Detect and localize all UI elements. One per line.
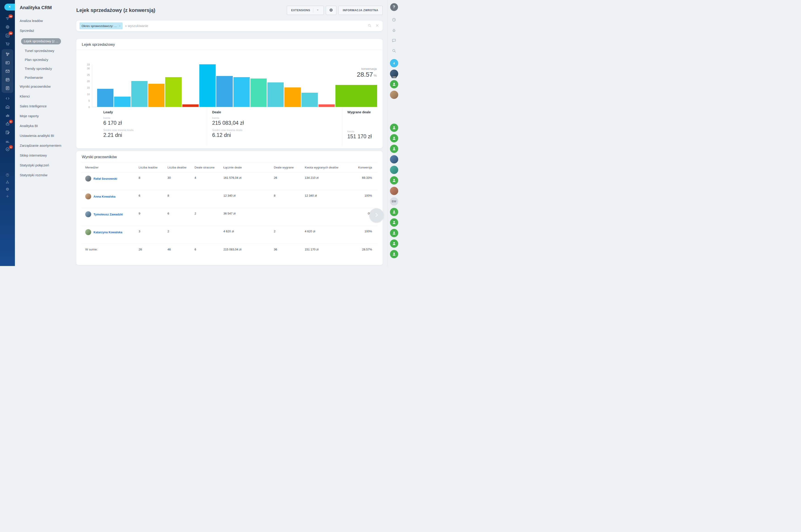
calendar-icon[interactable]: [2, 75, 13, 84]
chart-icon[interactable]: [0, 111, 15, 119]
user-avatar[interactable]: [390, 187, 398, 195]
col-header-total[interactable]: Łącznie deale: [223, 163, 274, 172]
filter-chip[interactable]: Okres sprawozdawczy: ... ×: [79, 22, 123, 29]
search-icon[interactable]: [367, 23, 371, 28]
sidebar-item[interactable]: Trendy sprzedaży: [25, 66, 75, 71]
funnel-bar[interactable]: [267, 82, 284, 107]
card-icon[interactable]: [2, 58, 13, 67]
clear-filter-icon[interactable]: [375, 23, 379, 28]
col-header-leads[interactable]: Liczba leadów: [139, 163, 167, 172]
user-avatar[interactable]: [390, 134, 398, 142]
user-avatar[interactable]: [390, 218, 398, 227]
search-icon[interactable]: [392, 45, 396, 56]
table-row[interactable]: Anna Kowalska6812 340 zł812 340 zł100%: [81, 190, 378, 208]
funnel-bar[interactable]: [114, 97, 130, 107]
funnel-bar[interactable]: [251, 78, 267, 107]
user-avatar[interactable]: CRM: [390, 70, 398, 78]
col-header-won[interactable]: Deale wygrane: [274, 163, 305, 172]
extensions-button[interactable]: EXTENSIONS: [287, 6, 324, 15]
chip-remove-icon[interactable]: ×: [119, 24, 121, 28]
user-avatar[interactable]: [390, 229, 398, 237]
clock-icon[interactable]: [392, 15, 396, 25]
funnel-bar[interactable]: [335, 85, 377, 107]
funnel-bar[interactable]: [182, 104, 199, 107]
sidebar-item[interactable]: Porównanie: [25, 75, 75, 80]
scroll-right-button[interactable]: [369, 208, 384, 223]
search-input[interactable]: [125, 24, 367, 28]
table-row[interactable]: Katarzyna Kowalska324 620 zł24 620 zł100…: [81, 226, 378, 244]
table-row[interactable]: Tymoteusz Zawadzki96236 547 zł0%: [81, 208, 378, 226]
user-avatar[interactable]: [390, 80, 398, 88]
user-avatar[interactable]: [390, 91, 398, 99]
user-avatar[interactable]: [390, 155, 398, 164]
sidebar-item[interactable]: Klienci: [20, 94, 75, 98]
code-icon[interactable]: [0, 94, 15, 102]
sidebar-item[interactable]: Plan sprzedaży: [25, 57, 75, 62]
network-icon[interactable]: [2, 50, 13, 58]
doc-icon[interactable]: [2, 84, 13, 92]
close-menu-button[interactable]: [4, 4, 15, 11]
col-header-conversion[interactable]: Konwersja: [344, 163, 378, 172]
funnel-bar[interactable]: [234, 77, 250, 107]
sidebar-item[interactable]: Ustawienia analityki BI: [20, 133, 75, 138]
sidebar-item[interactable]: Statystyki rozmów: [20, 173, 75, 177]
gear-icon[interactable]: [0, 186, 15, 193]
sidebar-item[interactable]: Sales Intelligence: [20, 104, 75, 108]
chevron-down-icon[interactable]: [316, 8, 320, 12]
sidebar-item[interactable]: Tunel sprzedażowy: [25, 49, 75, 53]
note-icon[interactable]: [0, 128, 15, 136]
funnel-bar[interactable]: [216, 76, 233, 107]
settings-button[interactable]: [326, 6, 336, 15]
nodes-icon[interactable]: [0, 178, 15, 186]
funnel-bar[interactable]: [284, 88, 301, 107]
funnel-bar[interactable]: [148, 84, 164, 107]
help-button[interactable]: ?: [390, 3, 398, 11]
sidebar-item[interactable]: Statystyki połączeń: [20, 163, 75, 167]
warehouse-icon[interactable]: [0, 102, 15, 111]
funnel-bar[interactable]: [131, 81, 148, 107]
col-header-deals[interactable]: Liczba dealów: [167, 163, 195, 172]
funnel-bar[interactable]: [97, 89, 113, 107]
col-header-manager[interactable]: Menedżer: [81, 163, 139, 172]
funnel-bar[interactable]: [318, 104, 335, 107]
user-avatar[interactable]: BW: [390, 197, 398, 206]
filter-icon[interactable]: 48: [0, 14, 15, 23]
manager-link[interactable]: Tymoteusz Zawadzki: [93, 213, 123, 216]
manager-link[interactable]: Anna Kowalska: [93, 195, 115, 198]
sidebar-item[interactable]: Analityka BI: [20, 124, 75, 128]
cart-icon[interactable]: [0, 40, 15, 48]
user-avatar[interactable]: [390, 208, 398, 216]
mail-icon[interactable]: [2, 67, 13, 75]
bot-icon[interactable]: 8: [0, 119, 15, 128]
filter-bar[interactable]: Okres sprawozdawczy: ... ×: [76, 21, 383, 31]
manager-link[interactable]: Katarzyna Kowalska: [93, 230, 122, 234]
chat-icon[interactable]: [392, 35, 396, 45]
sidebar-item[interactable]: Sklep internetowy: [20, 153, 75, 157]
user-avatar[interactable]: [390, 166, 398, 174]
sidebar-item[interactable]: Sprzedaż: [20, 28, 75, 33]
sidebar-item[interactable]: Moje raporty: [20, 114, 75, 118]
bell-icon[interactable]: [392, 25, 396, 35]
manager-link[interactable]: Rafał Sosnowski: [93, 177, 117, 180]
check-circle-icon[interactable]: 4: [0, 145, 15, 153]
sidebar-item[interactable]: Zarządzanie asortymentem: [20, 143, 75, 148]
col-header-amount[interactable]: Kwota wygranych dealów: [305, 163, 344, 172]
target-icon[interactable]: [0, 23, 15, 31]
plus-icon[interactable]: [0, 193, 15, 200]
help-icon[interactable]: [0, 171, 15, 178]
signature-icon[interactable]: [0, 136, 15, 145]
user-avatar[interactable]: [390, 240, 398, 248]
user-avatar[interactable]: [390, 124, 398, 132]
funnel-bar[interactable]: [302, 93, 318, 107]
feedback-button[interactable]: INFORMACJA ZWROTNA: [339, 6, 383, 15]
counter-badge[interactable]: 4: [390, 59, 398, 67]
sidebar-item[interactable]: Analiza leadów: [20, 19, 75, 23]
sidebar-item[interactable]: Wyniki pracowników: [20, 84, 75, 89]
sidebar-item[interactable]: Lejek sprzedażowy (z ...: [21, 38, 61, 44]
col-header-lost[interactable]: Deale stracone: [195, 163, 223, 172]
funnel-bar[interactable]: [165, 77, 181, 107]
tasks-icon[interactable]: 36: [0, 31, 15, 40]
user-avatar[interactable]: [390, 176, 398, 185]
user-avatar[interactable]: [390, 145, 398, 153]
user-avatar[interactable]: [390, 250, 398, 258]
